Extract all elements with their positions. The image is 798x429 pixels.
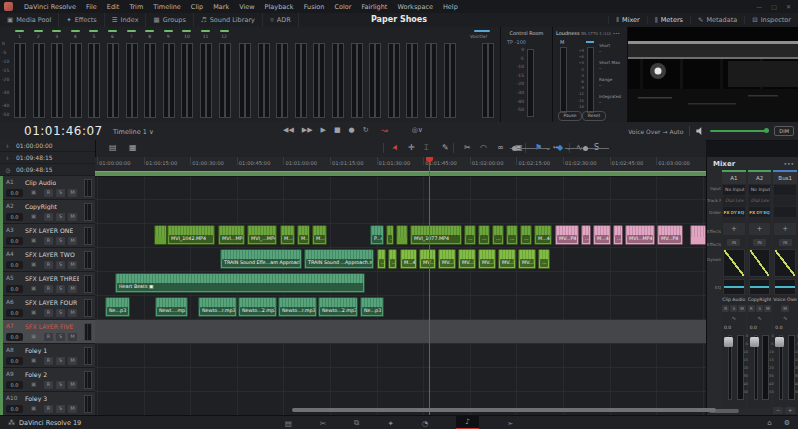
- timeline-area[interactable]: MVI_1042.MP4MVI...MP4MVI_...MP4M...4M...…: [95, 157, 706, 415]
- sound-library-button[interactable]: ♬Sound Library: [194, 13, 263, 27]
- marker-row[interactable]: ◷00:09:48:15: [0, 164, 95, 176]
- audio-clip[interactable]: ...: [492, 225, 504, 245]
- audio-clip[interactable]: M...4: [593, 225, 611, 245]
- track-header-a4[interactable]: A4SFX LAYER TWO0.0▣RSM: [0, 248, 95, 272]
- loudness-menu-button[interactable]: •••: [613, 31, 620, 36]
- scissors-tool[interactable]: ✂: [464, 143, 471, 152]
- audio-clip[interactable]: Newt....mp3: [155, 297, 188, 317]
- audio-clip[interactable]: ...: [506, 225, 518, 245]
- track-header-a9[interactable]: A9Foley 20.0▣RSM: [0, 368, 95, 392]
- record-arm-button[interactable]: R: [44, 405, 53, 413]
- fader-handle[interactable]: [775, 337, 784, 347]
- record-arm-button[interactable]: R: [44, 285, 53, 293]
- strip-track-fx[interactable]: Dial Lev: [749, 196, 771, 206]
- track-header-a10[interactable]: A10Foley 30.0▣RSM: [0, 392, 95, 416]
- record-arm-button[interactable]: R: [44, 333, 53, 341]
- lock-icon[interactable]: ▣: [31, 309, 36, 315]
- metadata-panel-button[interactable]: ✎Metadata: [690, 16, 744, 24]
- mute-button[interactable]: M: [68, 357, 77, 365]
- lock-icon[interactable]: ▣: [31, 189, 36, 195]
- lock-icon[interactable]: ▣: [31, 237, 36, 243]
- slider-handle[interactable]: [583, 146, 588, 151]
- mute-button[interactable]: M: [68, 381, 77, 389]
- mute-button[interactable]: M: [68, 261, 77, 269]
- track-lane-a7[interactable]: [95, 320, 706, 344]
- vertical-zoom-slider[interactable]: [510, 148, 550, 149]
- page-button-edit[interactable]: ⧉: [354, 418, 359, 428]
- track-gain-value[interactable]: 0.0: [6, 309, 23, 317]
- strip-track-fx[interactable]: Dial Lev: [723, 196, 745, 206]
- menu-item-view[interactable]: View: [234, 3, 259, 11]
- stop-button[interactable]: ■: [334, 126, 341, 134]
- reset-button[interactable]: Reset: [582, 111, 606, 121]
- strip-order[interactable]: [774, 207, 796, 217]
- record-arm-button[interactable]: R: [44, 189, 53, 197]
- track-header-a5[interactable]: A5SFX LAYER THREE0.0▣RSM: [0, 272, 95, 296]
- selection-mode-tool[interactable]: ➤: [390, 143, 401, 153]
- audio-clip[interactable]: MV...P4: [419, 249, 436, 269]
- play-button[interactable]: ▶: [321, 126, 326, 134]
- menu-item-mark[interactable]: Mark: [208, 3, 234, 11]
- track-lane-a2[interactable]: [95, 200, 706, 224]
- track-header-a6[interactable]: A6SFX LAYER FOUR0.0▣RSM: [0, 296, 95, 320]
- audio-clip[interactable]: ...: [520, 225, 532, 245]
- strip-dynamics-graph[interactable]: [723, 249, 745, 277]
- mute-button[interactable]: M: [764, 305, 771, 312]
- fader-handle[interactable]: [750, 337, 759, 347]
- audio-clip[interactable]: MV...P4: [458, 249, 476, 269]
- timecode-display[interactable]: 01:01:46:07: [24, 124, 103, 138]
- fade-tool[interactable]: ◠: [480, 143, 487, 152]
- timeline-ruler[interactable]: 01:00:00:0001:00:15:0001:00:30:0001:00:4…: [95, 157, 706, 177]
- page-button-color[interactable]: ◔: [422, 419, 429, 428]
- meters-panel-button[interactable]: ⫼Meters: [647, 16, 690, 24]
- track-index[interactable]: ▦: [129, 143, 137, 152]
- effects-button[interactable]: ✦Effects: [59, 13, 105, 27]
- lock-icon[interactable]: ▣: [31, 333, 36, 339]
- monitor-volume-slider[interactable]: [710, 130, 768, 132]
- track-header-a8[interactable]: A8Foley 10.0▣RSM: [0, 344, 95, 368]
- slider-handle[interactable]: [512, 146, 517, 151]
- solo-button[interactable]: S: [756, 305, 763, 312]
- audio-clip[interactable]: M...4: [400, 249, 417, 269]
- menu-item-playback[interactable]: Playback: [260, 3, 299, 11]
- adr-button[interactable]: ⌾ADR: [263, 13, 299, 27]
- loop-button[interactable]: ↻: [363, 126, 369, 134]
- solo-button[interactable]: S: [56, 309, 65, 317]
- track-gain-value[interactable]: 0.0: [6, 189, 23, 197]
- track-gain-value[interactable]: 0.0: [6, 261, 23, 269]
- record-arm-button[interactable]: R: [44, 309, 53, 317]
- audio-clip[interactable]: M...4: [534, 225, 552, 245]
- audio-clip[interactable]: MVI_1042.MP4: [167, 225, 215, 245]
- page-button-fusion[interactable]: ✦: [387, 419, 393, 428]
- mute-button[interactable]: M: [68, 333, 77, 341]
- inspector-panel-button[interactable]: ⊟Inspector: [744, 16, 798, 24]
- automation-icon[interactable]: ↝: [381, 126, 388, 135]
- audio-clip[interactable]: Newto...r.mp3: [198, 297, 237, 317]
- audio-clip[interactable]: MV...P4: [438, 249, 456, 269]
- menu-item-fairlight[interactable]: Fairlight: [356, 3, 392, 11]
- solo-button[interactable]: S: [56, 381, 65, 389]
- effects-in-button[interactable]: IN: [753, 239, 766, 246]
- audio-clip[interactable]: M...4: [297, 225, 310, 245]
- link-clips-tool[interactable]: ∞: [497, 143, 504, 152]
- solo-button[interactable]: S: [56, 405, 65, 413]
- menu-item-clip[interactable]: Clip: [186, 3, 208, 11]
- solo-button[interactable]: S: [56, 285, 65, 293]
- index-button[interactable]: ☰Index: [105, 13, 147, 27]
- strip-input-select[interactable]: [774, 185, 796, 195]
- strip-add-effect-button[interactable]: +: [774, 223, 796, 235]
- page-button-fairlight[interactable]: ♪: [456, 416, 479, 429]
- audio-clip[interactable]: ...: [581, 225, 591, 245]
- lock-icon[interactable]: ▣: [31, 213, 36, 219]
- lock-icon[interactable]: ▣: [31, 357, 36, 363]
- strip-input-select[interactable]: No Input: [749, 185, 771, 195]
- strip-automation-icon[interactable]: ∿: [748, 314, 772, 323]
- rewind-button[interactable]: ◀◀: [283, 126, 294, 134]
- menu-item-fusion[interactable]: Fusion: [299, 3, 330, 11]
- oscillator-mic-icon[interactable]: ◎∨: [412, 126, 423, 135]
- mixer-menu-button[interactable]: •••: [783, 160, 794, 167]
- lock-icon[interactable]: ▣: [31, 285, 36, 291]
- strip-eq-graph[interactable]: [749, 279, 771, 295]
- audio-clip[interactable]: TRAIN Sound ...Approach.mp3: [304, 249, 374, 269]
- record-arm-button[interactable]: R: [44, 261, 53, 269]
